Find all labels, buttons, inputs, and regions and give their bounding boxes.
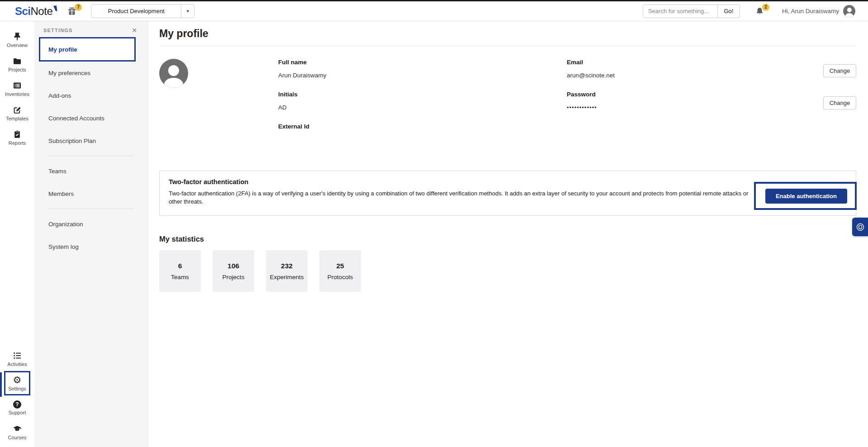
stat-value: 106 — [228, 262, 239, 270]
sidebar-item-label: Overview — [7, 43, 28, 48]
logo-text-note: Note — [31, 5, 53, 18]
full-name-label: Full name — [278, 59, 567, 66]
search-go-button[interactable]: Go! — [717, 5, 740, 18]
external-id-value[interactable] — [278, 136, 567, 143]
stat-value: 232 — [281, 262, 293, 270]
sidebar-item-settings[interactable]: ⚙ Settings — [4, 371, 30, 395]
scinote-logo[interactable]: SciNote — [15, 5, 57, 18]
stat-card-experiments: 232 Experiments — [266, 250, 308, 292]
settings-item-organization[interactable]: Organization — [34, 213, 148, 235]
sidebar-item-label: Inventories — [5, 91, 29, 97]
profile-avatar[interactable] — [159, 59, 188, 88]
notifications-badge: 2 — [762, 4, 769, 11]
change-email-button[interactable]: Change — [823, 64, 856, 77]
external-id-label: External Id — [278, 123, 567, 130]
settings-item-teams[interactable]: Teams — [34, 160, 148, 182]
activities-list-icon — [13, 351, 22, 360]
active-nav-edge-indicator — [0, 372, 2, 397]
statistics-title: My statistics — [159, 235, 856, 243]
password-row: Password •••••••••••• Change — [567, 91, 856, 123]
app-body: Overview Projects Inventories Templates — [0, 21, 868, 447]
settings-item-connected-accounts[interactable]: Connected Accounts — [34, 107, 148, 129]
full-name-value[interactable]: Arun Duraiswamy — [278, 72, 567, 79]
edit-square-icon — [13, 105, 22, 114]
settings-item-system-log[interactable]: System log — [34, 235, 148, 258]
settings-item-subscription-plan[interactable]: Subscription Plan — [34, 129, 148, 152]
global-search: Go! — [643, 5, 740, 18]
sidebar-item-label: Settings — [8, 386, 26, 391]
stat-label: Experiments — [270, 274, 304, 281]
graduation-cap-icon — [13, 424, 22, 433]
two-factor-title: Two-factor authentication — [169, 178, 752, 185]
team-selector-dropdown[interactable]: Product Development ▾ — [91, 4, 194, 18]
folder-icon — [13, 57, 22, 66]
settings-item-members[interactable]: Members — [34, 182, 148, 205]
chevron-down-icon[interactable]: ▾ — [181, 5, 194, 18]
email-field: Email arun@scinote.net — [567, 59, 823, 79]
sidebar-item-reports[interactable]: Reports — [0, 125, 34, 150]
sidebar-item-activities[interactable]: Activities — [0, 347, 34, 371]
initials-value[interactable]: AD — [278, 104, 567, 111]
profile-fields-left: Full name Arun Duraiswamy Initials AD Ex… — [278, 59, 567, 155]
sidebar-item-label: Projects — [8, 67, 26, 72]
stat-label: Teams — [171, 274, 189, 281]
external-id-field: External Id — [278, 123, 567, 143]
change-password-button[interactable]: Change — [823, 96, 856, 109]
close-icon[interactable]: ✕ — [132, 27, 137, 33]
two-factor-section: Two-factor authentication Two-factor aut… — [159, 171, 856, 216]
user-greeting[interactable]: Hi, Arun Duraiswamy — [782, 8, 839, 14]
settings-panel: SETTINGS ✕ My profile My preferences Add… — [34, 21, 148, 447]
sidebar-item-label: Reports — [9, 140, 26, 146]
user-avatar[interactable] — [843, 5, 855, 17]
left-nav-bottom-group: Activities ⚙ Settings ? Support Courses — [0, 347, 34, 447]
enable-authentication-button[interactable]: Enable authentication — [765, 189, 847, 204]
settings-panel-header: SETTINGS ✕ — [34, 21, 148, 37]
initials-label: Initials — [278, 91, 567, 98]
full-name-field: Full name Arun Duraiswamy — [278, 59, 567, 79]
email-row: Email arun@scinote.net Change — [567, 59, 856, 91]
top-bar: SciNote 7 Product Development ▾ Go! 2 Hi… — [0, 0, 868, 21]
stat-value: 25 — [336, 262, 344, 270]
statistics-cards: 6 Teams 106 Projects 232 Experiments 25 … — [159, 250, 856, 292]
inventory-list-icon — [13, 81, 22, 90]
page-title: My profile — [159, 28, 856, 46]
logo-accent-icon — [53, 5, 57, 12]
sidebar-item-inventories[interactable]: Inventories — [0, 76, 34, 101]
question-circle-icon: ? — [13, 400, 21, 409]
gift-badge: 7 — [75, 4, 82, 11]
settings-item-my-profile[interactable]: My profile — [39, 37, 136, 62]
settings-item-add-ons[interactable]: Add-ons — [34, 84, 148, 107]
stat-card-protocols: 25 Protocols — [319, 250, 361, 292]
sidebar-item-overview[interactable]: Overview — [0, 28, 34, 52]
left-nav-rail: Overview Projects Inventories Templates — [0, 21, 34, 447]
notifications-button[interactable]: 2 — [755, 7, 764, 16]
password-value: •••••••••••• — [567, 104, 823, 111]
sidebar-item-courses[interactable]: Courses — [0, 420, 34, 444]
sidebar-item-templates[interactable]: Templates — [0, 101, 34, 125]
sidebar-item-label: Activities — [7, 361, 27, 367]
profile-fields-right: Email arun@scinote.net Change Password •… — [567, 59, 856, 155]
pin-icon — [13, 32, 22, 41]
profile-section: Full name Arun Duraiswamy Initials AD Ex… — [159, 59, 856, 155]
sidebar-item-support[interactable]: ? Support — [0, 395, 34, 420]
help-widget-button[interactable] — [852, 218, 868, 236]
main-content: My profile Full name Arun Duraiswamy Ini… — [148, 21, 868, 447]
team-selector-value: Product Development — [91, 5, 181, 18]
sidebar-item-label: Support — [9, 410, 26, 415]
sidebar-item-label: Courses — [8, 435, 27, 440]
two-factor-highlight-frame: Enable authentication — [754, 182, 857, 210]
settings-item-my-preferences[interactable]: My preferences — [34, 62, 148, 84]
gear-icon: ⚙ — [13, 376, 22, 385]
password-field: Password •••••••••••• — [567, 91, 823, 111]
stat-card-teams: 6 Teams — [159, 250, 201, 292]
lifebuoy-icon — [855, 222, 865, 232]
stat-card-projects: 106 Projects — [213, 250, 254, 292]
stat-value: 6 — [178, 262, 182, 270]
stat-label: Protocols — [327, 274, 353, 281]
sidebar-item-projects[interactable]: Projects — [0, 52, 34, 76]
initials-field: Initials AD — [278, 91, 567, 111]
gift-button[interactable]: 7 — [67, 7, 76, 16]
settings-panel-title: SETTINGS — [43, 28, 73, 33]
settings-panel-divider — [48, 156, 134, 156]
search-input[interactable] — [643, 5, 718, 18]
